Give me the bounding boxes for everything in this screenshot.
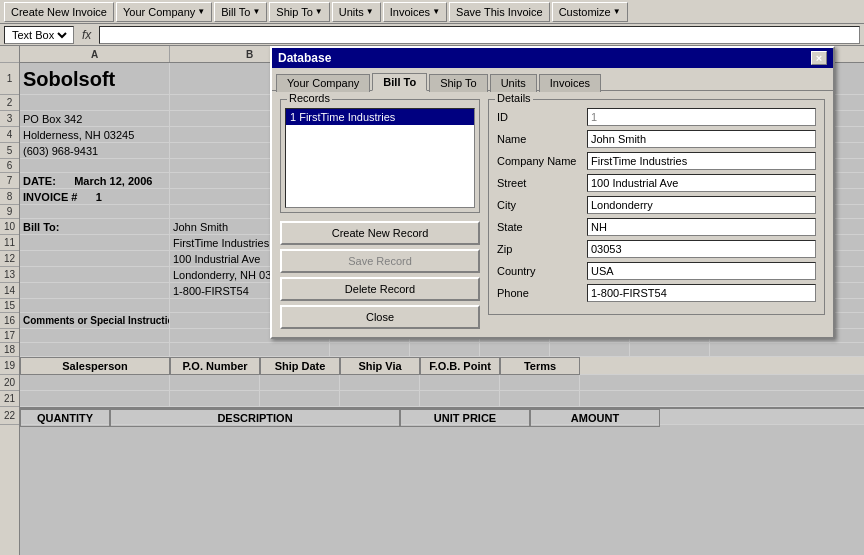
list-item[interactable]: 1 FirstTime Industries bbox=[286, 109, 474, 125]
col-header-ship-date: Ship Date bbox=[260, 357, 340, 375]
create-new-record-btn[interactable]: Create New Record bbox=[280, 221, 480, 245]
row-num-4: 4 bbox=[0, 127, 19, 143]
records-panel: Records 1 FirstTime Industries Create Ne… bbox=[280, 99, 480, 329]
tab-ship-to[interactable]: Ship To bbox=[429, 74, 488, 92]
qty-header-unit-price: UNIT PRICE bbox=[400, 409, 530, 427]
cell-f21[interactable] bbox=[500, 391, 580, 406]
row-num-header bbox=[0, 46, 19, 63]
details-panel: Details ID Name Company Name bbox=[488, 99, 825, 329]
cell-a2[interactable] bbox=[20, 95, 170, 110]
row-num-2: 2 bbox=[0, 95, 19, 111]
city-field[interactable] bbox=[587, 196, 816, 214]
tab-units[interactable]: Units bbox=[490, 74, 537, 92]
cell-d21[interactable] bbox=[340, 391, 420, 406]
cell-b18[interactable] bbox=[170, 343, 330, 356]
units-dropdown-arrow: ▼ bbox=[366, 7, 374, 16]
save-invoice-btn[interactable]: Save This Invoice bbox=[449, 2, 550, 22]
cell-f18[interactable] bbox=[550, 343, 630, 356]
formula-input[interactable] bbox=[99, 26, 860, 44]
details-group: Details ID Name Company Name bbox=[488, 99, 825, 315]
state-field[interactable] bbox=[587, 218, 816, 236]
cell-a18[interactable] bbox=[20, 343, 170, 356]
company-name-label: Company Name bbox=[497, 155, 587, 167]
cell-a16[interactable]: Comments or Special Instructions: bbox=[20, 313, 170, 328]
row-num-1: 1 bbox=[0, 63, 19, 95]
cell-a14[interactable] bbox=[20, 283, 170, 298]
col-header-ship-via: Ship Via bbox=[340, 357, 420, 375]
detail-row-name: Name bbox=[497, 130, 816, 148]
cell-a4[interactable]: Holderness, NH 03245 bbox=[20, 127, 170, 142]
table-row bbox=[20, 375, 864, 391]
units-btn[interactable]: Units▼ bbox=[332, 2, 381, 22]
cell-a17[interactable] bbox=[20, 329, 170, 342]
row-num-6: 6 bbox=[0, 159, 19, 173]
row-numbers: 1 2 3 4 5 6 7 8 9 10 11 12 13 14 15 16 1… bbox=[0, 46, 20, 555]
records-listbox[interactable]: 1 FirstTime Industries bbox=[285, 108, 475, 208]
zip-field[interactable] bbox=[587, 240, 816, 258]
cell-c21[interactable] bbox=[260, 391, 340, 406]
phone-field[interactable] bbox=[587, 284, 816, 302]
cell-a11[interactable] bbox=[20, 235, 170, 250]
row-num-16: 16 bbox=[0, 313, 19, 329]
tab-bill-to[interactable]: Bill To bbox=[372, 73, 427, 91]
detail-row-company-name: Company Name bbox=[497, 152, 816, 170]
create-new-invoice-btn[interactable]: Create New Invoice bbox=[4, 2, 114, 22]
cell-a5[interactable]: (603) 968-9431 bbox=[20, 143, 170, 158]
cell-d20[interactable] bbox=[340, 375, 420, 390]
company-name-field[interactable] bbox=[587, 152, 816, 170]
cell-a6[interactable] bbox=[20, 159, 170, 172]
id-field[interactable] bbox=[587, 108, 816, 126]
cell-d18[interactable] bbox=[410, 343, 480, 356]
cell-a12[interactable] bbox=[20, 251, 170, 266]
tab-invoices[interactable]: Invoices bbox=[539, 74, 601, 92]
cell-a20[interactable] bbox=[20, 375, 170, 390]
cell-a13[interactable] bbox=[20, 267, 170, 282]
close-dialog-btn[interactable]: Close bbox=[280, 305, 480, 329]
cell-a21[interactable] bbox=[20, 391, 170, 406]
cell-e20[interactable] bbox=[420, 375, 500, 390]
invoices-btn[interactable]: Invoices▼ bbox=[383, 2, 447, 22]
detail-row-country: Country bbox=[497, 262, 816, 280]
cell-a8[interactable]: INVOICE # 1 bbox=[20, 189, 170, 204]
your-company-btn[interactable]: Your Company▼ bbox=[116, 2, 212, 22]
street-field[interactable] bbox=[587, 174, 816, 192]
table-row bbox=[20, 391, 864, 407]
row-num-10: 10 bbox=[0, 219, 19, 235]
delete-record-btn[interactable]: Delete Record bbox=[280, 277, 480, 301]
name-field[interactable] bbox=[587, 130, 816, 148]
customize-dropdown-arrow: ▼ bbox=[613, 7, 621, 16]
cell-a1[interactable]: Sobolsoft bbox=[20, 63, 170, 95]
cell-a15[interactable] bbox=[20, 299, 170, 312]
cell-a3[interactable]: PO Box 342 bbox=[20, 111, 170, 126]
cell-a10[interactable]: Bill To: bbox=[20, 219, 170, 234]
cell-b21[interactable] bbox=[170, 391, 260, 406]
save-record-btn[interactable]: Save Record bbox=[280, 249, 480, 273]
col-header-salesperson: Salesperson bbox=[20, 357, 170, 375]
row-num-11: 11 bbox=[0, 235, 19, 251]
cell-a7[interactable]: DATE: March 12, 2006 bbox=[20, 173, 170, 188]
id-label: ID bbox=[497, 111, 587, 123]
cell-e21[interactable] bbox=[420, 391, 500, 406]
cell-ref-select[interactable]: Text Box 2 bbox=[8, 28, 70, 42]
country-label: Country bbox=[497, 265, 587, 277]
state-label: State bbox=[497, 221, 587, 233]
cell-a9[interactable] bbox=[20, 205, 170, 218]
detail-row-id: ID bbox=[497, 108, 816, 126]
ship-to-btn[interactable]: Ship To▼ bbox=[269, 2, 329, 22]
records-buttons: Create New Record Save Record Delete Rec… bbox=[280, 221, 480, 329]
cell-c20[interactable] bbox=[260, 375, 340, 390]
your-company-dropdown-arrow: ▼ bbox=[197, 7, 205, 16]
customize-btn[interactable]: Customize▼ bbox=[552, 2, 628, 22]
bill-to-dropdown-arrow: ▼ bbox=[252, 7, 260, 16]
detail-row-street: Street bbox=[497, 174, 816, 192]
dialog-close-button[interactable]: × bbox=[811, 51, 827, 65]
tab-your-company[interactable]: Your Company bbox=[276, 74, 370, 92]
cell-f20[interactable] bbox=[500, 375, 580, 390]
cell-b20[interactable] bbox=[170, 375, 260, 390]
cell-e18[interactable] bbox=[480, 343, 550, 356]
country-field[interactable] bbox=[587, 262, 816, 280]
cell-g18[interactable] bbox=[630, 343, 710, 356]
database-dialog: Database × Your Company Bill To Ship To … bbox=[270, 46, 835, 339]
cell-c18[interactable] bbox=[330, 343, 410, 356]
bill-to-btn[interactable]: Bill To▼ bbox=[214, 2, 267, 22]
